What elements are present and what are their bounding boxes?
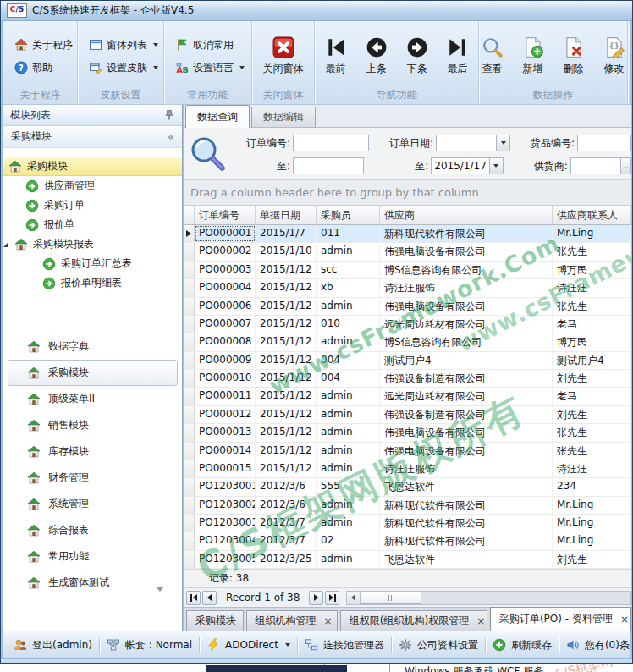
tree-item-采购模块[interactable]: 采购模块 bbox=[3, 157, 182, 176]
combo-dropdown-icon[interactable] bbox=[496, 135, 509, 151]
grid-cell: 博万民 bbox=[553, 333, 631, 350]
last-record-button[interactable] bbox=[325, 591, 339, 605]
sidebar-module-顶级菜单II[interactable]: 顶级菜单II bbox=[3, 386, 182, 412]
title-bar[interactable]: C/S C/S系统快速开发框架 - 企业版V4.5 bbox=[1, 1, 632, 21]
table-row[interactable]: PO12030022012/3/6admin新科现代软件有限公司Mr.Ling bbox=[184, 497, 631, 515]
horizontal-scrollbar[interactable] bbox=[346, 591, 631, 605]
sidebar-group-header[interactable]: 采购模块 « bbox=[3, 126, 182, 148]
close-tab-icon[interactable]: × bbox=[620, 614, 629, 625]
doc-tab-组权限(组织机构)权限管理[interactable]: 组权限(组织机构)权限管理× bbox=[340, 610, 487, 631]
query-text-input[interactable] bbox=[577, 135, 631, 151]
table-row[interactable]: PO12030012012/3/6555飞恩达软件234 bbox=[184, 478, 631, 496]
query-text-input[interactable] bbox=[570, 157, 621, 174]
scroll-down-icon[interactable] bbox=[156, 587, 164, 592]
table-row[interactable]: PO0000112015/1/12admin远光周边耗材有限公司老马 bbox=[184, 388, 631, 405]
scrollbar-thumb[interactable] bbox=[361, 592, 421, 604]
table-row[interactable]: PO0000152015/1/12admin诗汪汪服饰诗汪汪 bbox=[184, 460, 631, 478]
close-tab-icon[interactable]: × bbox=[324, 616, 333, 626]
grid-cell: 2015/1/12 bbox=[256, 333, 316, 350]
status-item-公司资料设置[interactable]: 公司资料设置 bbox=[392, 638, 485, 653]
sidebar-module-库存模块[interactable]: 库存模块 bbox=[3, 438, 182, 465]
关闭窗体-button[interactable]: 关闭窗体 bbox=[261, 36, 305, 76]
combo-dropdown-icon[interactable] bbox=[489, 158, 503, 174]
status-item-登出(admin)[interactable]: 登出(admin) bbox=[7, 638, 99, 653]
删除-button[interactable]: 删除 bbox=[555, 36, 592, 76]
table-row[interactable]: PO0000012015/1/7011新科现代软件有限公司Mr.Ling bbox=[184, 225, 631, 243]
tree-item-报价单[interactable]: 报价单 bbox=[3, 215, 182, 234]
next-record-button[interactable] bbox=[309, 591, 323, 605]
sidebar-module-销售模块[interactable]: 销售模块 bbox=[3, 412, 182, 438]
table-row[interactable]: PO0000042015/1/12xb诗汪汪服饰诗汪汪 bbox=[184, 279, 631, 297]
grid-cell: PO1203005 bbox=[195, 551, 256, 568]
doc-tab-采购模块[interactable]: 采购模块 bbox=[186, 610, 244, 631]
帮助-button[interactable]: ?帮助 bbox=[12, 58, 55, 79]
窗体列表-button[interactable]: 窗体列表 bbox=[86, 35, 161, 56]
table-row[interactable]: PO0000122015/1/12admin伟强设备制造有限公司刘先生 bbox=[184, 406, 631, 424]
table-row[interactable]: PO0000062015/1/12admin伟强电脑设备有限公司张先生 bbox=[184, 298, 631, 316]
status-item-连接池管理器[interactable]: 连接池管理器 bbox=[298, 638, 391, 653]
下条-button[interactable]: 下条 bbox=[399, 36, 436, 76]
ellipsis-button[interactable]: .. bbox=[621, 157, 631, 174]
column-header-单据日期[interactable]: 单据日期 bbox=[256, 206, 316, 224]
prev-record-button[interactable] bbox=[202, 591, 217, 605]
table-row[interactable]: PO12030042012/3/702新科现代软件有限公司Mr.Ling bbox=[184, 532, 631, 550]
最前-button[interactable]: 最前 bbox=[317, 36, 355, 76]
grid-cell: 2015/1/10 bbox=[256, 243, 316, 260]
query-text-input[interactable] bbox=[293, 135, 369, 151]
最后-button[interactable]: 最后 bbox=[439, 36, 476, 76]
table-row[interactable]: PO0000132015/1/12admin伟强电脑设备有限公司张先生 bbox=[184, 424, 631, 442]
设置语言-button[interactable]: AB设置语言 bbox=[173, 58, 247, 79]
上条-button[interactable]: 上条 bbox=[358, 36, 395, 76]
table-row[interactable]: PO0000022015/1/10admin伟强电脑设备有限公司张先生 bbox=[184, 243, 631, 261]
column-header-订单编号[interactable]: 订单编号 bbox=[195, 206, 256, 224]
table-row[interactable]: PO0000032015/1/12scc博S信息咨询有限公司博万民 bbox=[184, 262, 631, 279]
scroll-left-icon[interactable] bbox=[347, 592, 361, 604]
sidebar-module-财务管理[interactable]: 财务管理 bbox=[3, 465, 182, 491]
table-row[interactable]: PO0000082015/1/12admin博S信息咨询有限公司博万民 bbox=[184, 333, 631, 351]
sidebar-module-综合报表[interactable]: 综合报表 bbox=[3, 517, 182, 543]
status-item-刷新缓存[interactable]: 刷新缓存 bbox=[486, 638, 559, 653]
sidebar-module-采购模块[interactable]: 采购模块 bbox=[8, 360, 178, 386]
tree-item-采购订单汇总表[interactable]: 采购订单汇总表 bbox=[3, 254, 182, 273]
tree-item-采购订单[interactable]: 采购订单 bbox=[3, 196, 182, 215]
date-combo-field[interactable]: 2015/1/17 bbox=[431, 157, 504, 174]
table-row[interactable]: PO0000072015/1/12010远光周边耗材有限公司老马 bbox=[184, 316, 631, 333]
close-tab-icon[interactable]: × bbox=[476, 616, 485, 626]
table-row[interactable]: PO12030032012/3/7admin新科现代软件有限公司Mr.Ling bbox=[184, 515, 631, 532]
group-by-panel[interactable]: Drag a column header here to group by th… bbox=[184, 180, 631, 206]
sidebar-module-生成窗体测试[interactable]: 生成窗体测试 bbox=[3, 570, 182, 596]
first-record-button[interactable] bbox=[186, 591, 201, 605]
tree-item-采购模块报表[interactable]: 采购模块报表 bbox=[3, 234, 182, 254]
doc-tab-采购订单(PO) - 资料管理[interactable]: 采购订单(PO) - 资料管理× bbox=[490, 607, 631, 631]
date-combo-field[interactable] bbox=[436, 135, 510, 151]
tab-数据编辑[interactable]: 数据编辑 bbox=[251, 107, 316, 127]
collapse-left-icon[interactable]: « bbox=[168, 130, 174, 143]
table-row[interactable]: PO12030052012/3/25admin飞恩达软件刘先生 bbox=[184, 551, 631, 569]
grid-cell: 2015/1/7 bbox=[256, 225, 316, 242]
table-row[interactable]: PO0000092015/1/12004测试用户4测试用户4 bbox=[184, 352, 631, 370]
tree-item-供应商管理[interactable]: 供应商管理 bbox=[3, 176, 182, 196]
column-header-供应商[interactable]: 供应商 bbox=[380, 206, 553, 224]
table-row[interactable]: PO0000142015/1/12admin伟强电脑设备有限公司张先生 bbox=[184, 443, 631, 460]
tree-item-报价单明细表[interactable]: 报价单明细表 bbox=[3, 273, 182, 293]
column-header-供应商联系人[interactable]: 供应商联系人 bbox=[553, 206, 631, 224]
查看-button[interactable]: 查看 bbox=[474, 36, 511, 76]
status-item-您有(0)条未读消[interactable]: 您有(0)条未读消 bbox=[559, 638, 630, 653]
取消常用-button[interactable]: 取消常用 bbox=[173, 35, 236, 56]
query-text-input[interactable] bbox=[293, 157, 364, 174]
sidebar-module-系统管理[interactable]: 系统管理 bbox=[3, 491, 182, 517]
修改-button[interactable]: {}修改 bbox=[596, 36, 633, 76]
关于程序-button[interactable]: 关于程序 bbox=[12, 35, 75, 56]
doc-tab-组织机构管理[interactable]: 组织机构管理× bbox=[246, 610, 338, 631]
tab-数据查询[interactable]: 数据查询 bbox=[185, 105, 250, 128]
设置皮肤-button[interactable]: 设置皮肤 bbox=[86, 58, 161, 79]
grid-cell: 伟强电脑设备有限公司 bbox=[380, 243, 553, 260]
status-item-帐套 : Normal[interactable]: 帐套 : Normal bbox=[100, 638, 199, 653]
sidebar-module-常用功能[interactable]: 常用功能 bbox=[3, 543, 182, 570]
table-row[interactable]: PO0000102015/1/12004伟强设备制造有限公司刘先生 bbox=[184, 370, 631, 388]
sidebar-module-数据字典[interactable]: 数据字典 bbox=[3, 333, 182, 360]
新增-button[interactable]: 新增 bbox=[515, 36, 552, 76]
column-header-采购员[interactable]: 采购员 bbox=[316, 206, 380, 224]
pin-icon[interactable] bbox=[163, 109, 175, 121]
status-item-ADODirect[interactable]: ADODirect bbox=[200, 638, 297, 652]
